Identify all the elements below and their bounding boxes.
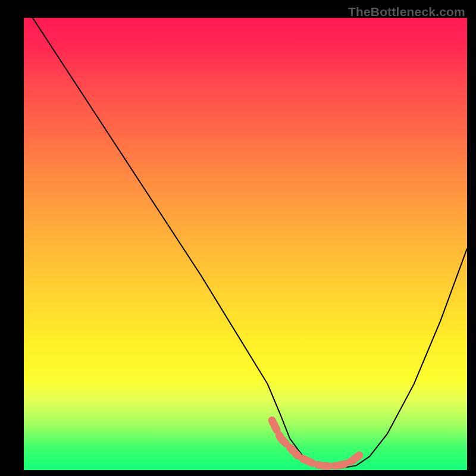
watermark-text: TheBottleneck.com: [348, 5, 465, 19]
chart-frame: TheBottleneck.com: [0, 0, 476, 476]
plot-area: [24, 18, 467, 470]
bottleneck-curve: [33, 18, 467, 468]
curve-layer: [24, 18, 467, 470]
